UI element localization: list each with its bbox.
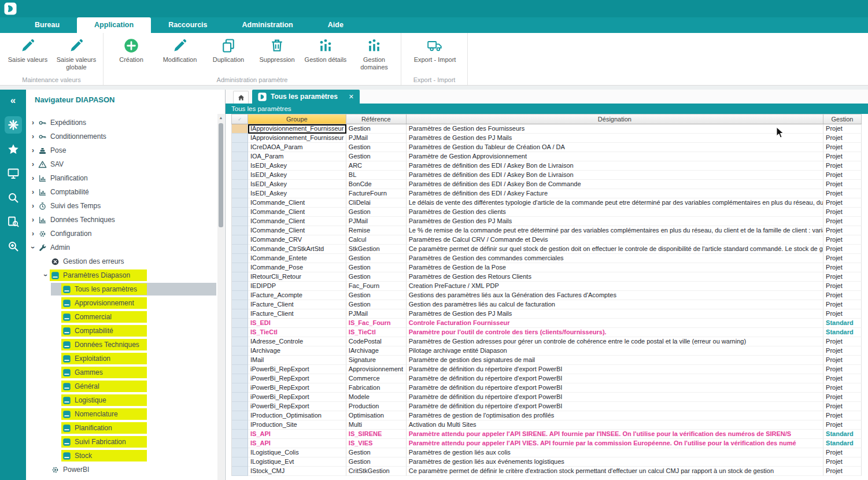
modification-button[interactable]: Modification xyxy=(156,35,204,64)
cell-reference[interactable]: Production xyxy=(346,402,407,411)
tree-item-suivi-des-temps[interactable]: ›Suivi des Temps xyxy=(26,199,217,213)
cell-designation[interactable]: Gestions des paramètres liés aux la Géné… xyxy=(407,291,823,300)
cell-gestion[interactable]: Standard xyxy=(823,319,862,328)
tree-item-suivi-fabrication[interactable]: Suivi Fabrication xyxy=(26,435,217,449)
cell-gestion[interactable]: Projet xyxy=(823,393,862,402)
row-selector[interactable] xyxy=(232,356,248,365)
row-selector[interactable] xyxy=(232,467,248,476)
tree-item-expeditions[interactable]: ›Expéditions xyxy=(26,116,217,130)
cell-groupe[interactable]: IsEDI_Askey xyxy=(248,161,346,171)
cell-designation[interactable]: Paramètre de définition du répertoire d'… xyxy=(407,393,823,402)
cell-groupe[interactable]: IProduction_Site xyxy=(248,420,346,430)
cell-gestion[interactable]: Projet xyxy=(823,309,862,319)
cell-reference[interactable]: Fac_Fourn xyxy=(346,282,407,291)
tree-item-tous-les-parametres[interactable]: Tous les paramètres xyxy=(26,282,217,296)
chevron-right-icon[interactable]: › xyxy=(29,230,37,238)
cell-gestion[interactable]: Projet xyxy=(823,467,862,476)
chevron-down-icon[interactable]: › xyxy=(42,271,50,279)
row-selector[interactable] xyxy=(232,180,248,189)
row-selector[interactable] xyxy=(232,411,248,420)
cell-designation[interactable]: Paramètre de définition du répertoire d'… xyxy=(407,402,823,411)
tree-item-logistique[interactable]: Logistique xyxy=(26,393,217,407)
search-add-icon[interactable] xyxy=(5,238,22,255)
saisie-valeurs-button[interactable]: Saisie valeurs xyxy=(3,35,52,64)
tree-item-stock[interactable]: Stock xyxy=(26,449,217,463)
cell-gestion[interactable]: Projet xyxy=(823,411,862,420)
tree-item-configuration[interactable]: ›Configuration xyxy=(26,227,217,241)
cell-gestion[interactable]: Standard xyxy=(823,430,862,439)
tree-item-planification[interactable]: ›Planification xyxy=(26,171,217,185)
chevron-right-icon[interactable]: › xyxy=(29,216,37,224)
cell-reference[interactable]: CodePostal xyxy=(346,337,407,346)
cell-gestion[interactable]: Projet xyxy=(823,420,862,430)
tree-item-comptabilite[interactable]: Comptabilité xyxy=(26,324,217,338)
cell-gestion[interactable]: Projet xyxy=(823,171,862,180)
cell-groupe[interactable]: ICommande_Client xyxy=(248,217,346,226)
row-selector[interactable] xyxy=(232,245,248,254)
cell-designation[interactable]: Paramètre attendu pour appeler l'API VIE… xyxy=(407,439,823,448)
cell-designation[interactable]: Paramètre de Gestion Approvisionnement xyxy=(407,152,823,161)
cell-gestion[interactable]: Projet xyxy=(823,356,862,365)
cell-gestion[interactable]: Projet xyxy=(823,189,862,198)
cell-designation[interactable]: Paramètres de Gestion des PJ Mails xyxy=(407,309,823,319)
cell-gestion[interactable]: Projet xyxy=(823,198,862,208)
cell-reference[interactable]: Fabrication xyxy=(346,383,407,393)
cell-designation[interactable]: Paramètres de gestion de l'optimisation … xyxy=(407,411,823,420)
menu-tab-raccourcis[interactable]: Raccourcis xyxy=(151,17,224,33)
cell-groupe[interactable]: IEDIPDP xyxy=(248,282,346,291)
cell-designation[interactable]: Paramètre attendu pour appeler l'API SIR… xyxy=(407,430,823,439)
cell-designation[interactable]: Paramètre de gestion des signatures de m… xyxy=(407,356,823,365)
cell-groupe[interactable]: ICommande_CRV xyxy=(248,235,346,245)
tree-item-approvisionnement[interactable]: Approvisionnement xyxy=(26,296,217,310)
cell-gestion[interactable]: Projet xyxy=(823,291,862,300)
cell-groupe[interactable]: IApprovisionnement_Fournisseur xyxy=(248,124,346,134)
cell-groupe[interactable]: IS_API xyxy=(248,430,346,439)
cell-reference[interactable]: Gestion xyxy=(346,124,407,134)
cell-reference[interactable]: PJMail xyxy=(346,217,407,226)
cell-gestion[interactable]: Projet xyxy=(823,245,862,254)
cell-gestion[interactable]: Projet xyxy=(823,448,862,457)
home-tab[interactable] xyxy=(233,91,249,104)
cell-reference[interactable]: Commerce xyxy=(346,374,407,383)
cell-reference[interactable]: Calcul xyxy=(346,235,407,245)
cell-reference[interactable]: BL xyxy=(346,171,407,180)
cell-gestion[interactable]: Projet xyxy=(823,272,862,282)
cell-gestion[interactable]: Projet xyxy=(823,383,862,393)
navigator-scrollbar[interactable]: ▲ xyxy=(217,114,224,480)
cell-designation[interactable]: Activation du Multi Sites xyxy=(407,420,823,430)
cell-gestion[interactable]: Standard xyxy=(823,439,862,448)
tree-item-conditionnements[interactable]: ›Conditionnements xyxy=(26,130,217,143)
tree-item-admin[interactable]: ›Admin xyxy=(26,241,217,254)
cell-designation[interactable]: Paramètres de gestion liés aux événement… xyxy=(407,457,823,467)
cell-designation[interactable]: Gestion des paramètres liés au calcul de… xyxy=(407,300,823,309)
row-selector[interactable] xyxy=(232,208,248,217)
modules-icon[interactable] xyxy=(5,116,22,134)
cell-groupe[interactable]: ILogistique_Colis xyxy=(248,448,346,457)
search-queries-icon[interactable] xyxy=(5,213,22,231)
cell-groupe[interactable]: ICommande_Entete xyxy=(248,254,346,263)
cell-designation[interactable]: Controle Facturation Fournisseur xyxy=(407,319,823,328)
row-selector[interactable] xyxy=(232,337,248,346)
cell-gestion[interactable]: Projet xyxy=(823,134,862,143)
cell-designation[interactable]: Ce paramètre permet de définir sur quel … xyxy=(407,245,823,254)
cell-reference[interactable]: Gestion xyxy=(346,208,407,217)
favorites-icon[interactable] xyxy=(5,141,22,158)
cell-gestion[interactable]: Projet xyxy=(823,254,862,263)
chevron-right-icon[interactable]: › xyxy=(29,160,37,168)
screens-icon[interactable] xyxy=(5,165,22,182)
cell-groupe[interactable]: IsEDI_Askey xyxy=(248,189,346,198)
cell-gestion[interactable]: Projet xyxy=(823,282,862,291)
cell-groupe[interactable]: IFacture_Client xyxy=(248,300,346,309)
column-header-reference[interactable]: Référence xyxy=(346,115,407,124)
cell-designation[interactable]: Paramètres de Gestion des PJ Mails xyxy=(407,134,823,143)
row-selector[interactable] xyxy=(232,319,248,328)
cell-groupe[interactable]: ICreDAOA_Param xyxy=(248,143,346,152)
row-selector[interactable] xyxy=(232,430,248,439)
cell-reference[interactable]: IS_SIRENE xyxy=(346,430,407,439)
menu-tab-bureau[interactable]: Bureau xyxy=(17,17,77,33)
cell-gestion[interactable]: Projet xyxy=(823,180,862,189)
cell-reference[interactable]: PJMail xyxy=(346,134,407,143)
cell-designation[interactable]: Paramètres de Gestion du Tableur de Créa… xyxy=(407,143,823,152)
cell-reference[interactable]: IS_TieCtl xyxy=(346,328,407,337)
cell-reference[interactable]: BonCde xyxy=(346,180,407,189)
